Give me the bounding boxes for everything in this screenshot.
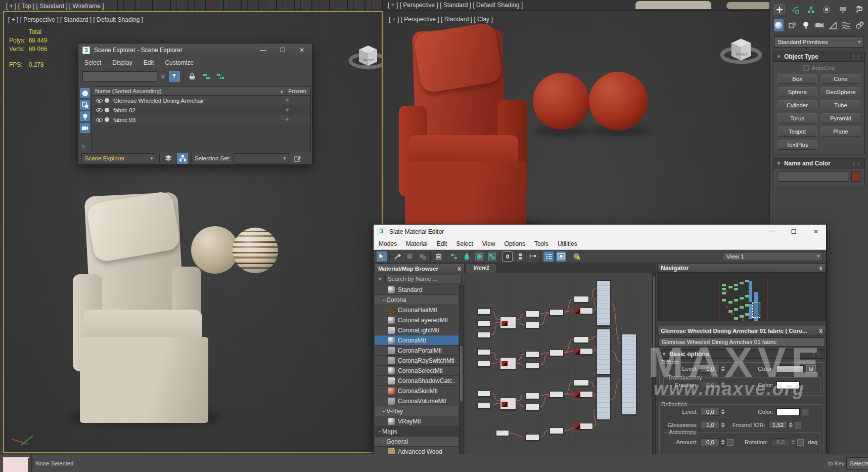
material-item[interactable]: CoronaRaySwitchMtl — [375, 356, 459, 366]
browser-scrollbar[interactable] — [459, 285, 464, 471]
graph-node-map[interactable] — [525, 404, 539, 410]
graph-node-map[interactable] — [477, 361, 490, 367]
se-menu-edit[interactable]: Edit — [144, 59, 154, 66]
material-item[interactable]: CoronaPortalMtl — [375, 346, 459, 356]
material-group[interactable]: - V-Ray — [375, 406, 459, 416]
material-map-browser-header[interactable]: Material/Map Browser x — [375, 264, 465, 273]
explorer-type-dropdown[interactable]: Scene Explorer ▼ — [81, 153, 156, 163]
tab-view1[interactable]: View1 — [466, 263, 497, 273]
material-id-channel-icon[interactable]: 0 — [502, 251, 513, 262]
sme-menu-view[interactable]: View — [482, 240, 495, 247]
create-button-pyramid[interactable]: Pyramid — [821, 113, 860, 123]
sme-menu-edit[interactable]: Edit — [437, 240, 447, 247]
minimize-button[interactable]: — — [768, 228, 774, 235]
close-button[interactable]: ✕ — [813, 228, 819, 235]
material-item[interactable]: VRayMtl — [375, 416, 459, 426]
material-item[interactable]: CoronaSelectMtl — [375, 366, 459, 376]
viewport-left-label[interactable]: [ + ] [ Perspective ] [ Standard ] [ Def… — [8, 16, 143, 23]
show-background-icon[interactable] — [487, 251, 497, 262]
graph-node-mtl[interactable] — [597, 329, 611, 374]
display-cameras-icon[interactable] — [80, 123, 90, 133]
graph-node-mtl[interactable] — [597, 280, 611, 326]
create-button-cylinder[interactable]: Cylinder — [778, 100, 817, 110]
search-by-name-input[interactable]: Search by Name ... — [385, 275, 462, 283]
render-map-icon[interactable] — [462, 251, 472, 262]
amount-map-button[interactable] — [727, 439, 734, 446]
graph-node-map[interactable] — [574, 296, 589, 303]
move-children-icon[interactable] — [449, 251, 459, 262]
diffuse-level-spinner[interactable] — [721, 366, 725, 371]
graph-node-mtl2[interactable] — [621, 334, 636, 415]
graph-node-map[interactable] — [477, 320, 490, 326]
material-item[interactable]: CoronaLayeredMtl — [375, 315, 459, 325]
display-all-icon[interactable] — [80, 88, 90, 98]
browser-options-icon[interactable]: ▼ — [378, 277, 382, 282]
translucency-color-swatch[interactable] — [776, 381, 800, 389]
tab-create[interactable] — [774, 4, 785, 15]
se-menu-display[interactable]: Display — [112, 59, 132, 66]
rotation-map-button[interactable] — [797, 439, 804, 446]
selection-set-dropdown[interactable]: ▼ — [234, 153, 289, 163]
graph-node-map[interactable] — [550, 427, 564, 434]
close-panel-icon[interactable]: x — [819, 265, 823, 272]
graph-node-comp[interactable] — [500, 398, 516, 410]
sme-menu-material[interactable]: Material — [406, 240, 428, 247]
diffuse-color-swatch[interactable] — [776, 365, 804, 373]
close-panel-icon[interactable]: x — [819, 327, 823, 334]
viewcube-left[interactable]: FRONT — [348, 36, 383, 76]
material-group[interactable]: - Corona — [375, 295, 459, 305]
viewport-top-label[interactable]: [ + ] [ Top ] [ Standard ] [ Wireframe ] — [4, 3, 106, 10]
selected-filter-dropdown[interactable]: Selected — [846, 457, 868, 469]
table-row[interactable]: fabric 02✳ — [92, 105, 310, 115]
subtab-spacewarps[interactable] — [842, 20, 850, 31]
basic-options-rollout[interactable]: ▼ Basic options ⋮⋮ — [658, 349, 825, 359]
create-button-textplus[interactable]: TextPlus — [778, 140, 817, 150]
create-button-cone[interactable]: Cone — [821, 74, 860, 84]
graph-node-comp[interactable] — [500, 317, 516, 329]
graph-node-map[interactable] — [525, 322, 539, 328]
graph-node-comp2[interactable] — [580, 348, 593, 355]
minimize-button[interactable]: — — [260, 47, 266, 54]
material-item[interactable]: CoronaHairMtl — [375, 305, 459, 315]
graph-node-mtl[interactable] — [597, 377, 611, 420]
graph-node-comp2[interactable] — [580, 308, 593, 314]
tab-utilities[interactable] — [853, 4, 864, 15]
object-type-rollout-header[interactable]: ▼ Object Type ⋮⋮ — [773, 52, 865, 62]
select-tool-icon[interactable] — [377, 251, 387, 262]
autokey-button-partial[interactable]: to Key — [828, 460, 845, 466]
reflection-color-map-button[interactable] — [802, 409, 808, 415]
graph-node-map[interactable] — [477, 349, 490, 355]
filter-icon[interactable] — [169, 71, 180, 82]
sphere-red-1-object[interactable] — [533, 73, 589, 130]
sme-menu-options[interactable]: Options — [505, 240, 525, 247]
expand-tree-icon[interactable] — [201, 71, 212, 82]
graph-node-map[interactable] — [550, 350, 564, 356]
graph-node-comp2[interactable] — [580, 391, 593, 398]
frozen-icon[interactable]: ✳ — [285, 107, 289, 113]
graph-node-map[interactable] — [477, 332, 490, 338]
category-dropdown[interactable]: Standard Primitives ▼ — [774, 36, 864, 48]
hierarchy-mode-icon[interactable] — [177, 153, 188, 164]
tab-hierarchy[interactable] — [806, 4, 816, 15]
layers-icon[interactable] — [163, 153, 174, 164]
maximize-button[interactable]: ☐ — [280, 47, 286, 54]
autogrid-checkbox-row[interactable]: AutoGrid — [778, 65, 860, 71]
material-group[interactable]: - General — [375, 437, 459, 447]
visibility-eye-icon[interactable] — [96, 108, 103, 112]
show-shaded-material-icon[interactable] — [474, 251, 484, 262]
subtab-geometry[interactable] — [774, 19, 784, 31]
visibility-eye-icon[interactable] — [96, 99, 103, 103]
material-item[interactable]: CoronaSkinMtl — [375, 386, 459, 396]
lock-icon[interactable] — [187, 71, 198, 82]
autogrid-checkbox[interactable] — [803, 65, 809, 71]
glossiness-field[interactable]: 1,0 — [701, 421, 720, 429]
layout-children-icon[interactable] — [528, 251, 538, 262]
close-panel-icon[interactable]: x — [458, 265, 461, 272]
strip-overflow-chevrons[interactable]: » — [82, 143, 85, 150]
visibility-eye-icon[interactable] — [96, 118, 103, 122]
create-button-geosphere[interactable]: GeoSphere — [821, 87, 860, 97]
sphere-beige-object[interactable] — [191, 226, 239, 274]
create-button-plane[interactable]: Plane — [821, 126, 860, 137]
frozen-icon[interactable]: ✳ — [285, 97, 289, 104]
reflection-color-swatch[interactable] — [776, 408, 800, 416]
